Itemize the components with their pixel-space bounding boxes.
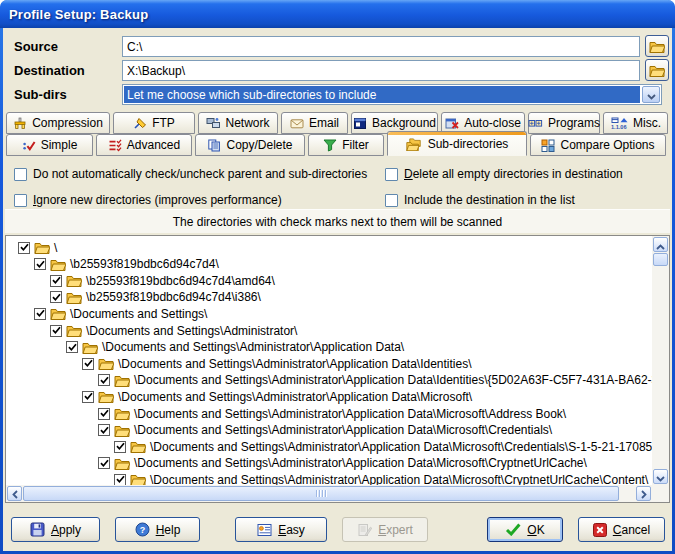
option-include-the-destination[interactable]: Include the destination in the list bbox=[385, 193, 575, 207]
destination-label: Destination bbox=[14, 63, 85, 78]
tab-email[interactable]: Email bbox=[281, 112, 348, 134]
tab-row-1: CompressionFTPNetworkEmailBackgroundAuto… bbox=[6, 112, 668, 134]
tab-programs[interactable]: Programs bbox=[528, 112, 600, 134]
tree-checkbox[interactable] bbox=[34, 258, 46, 270]
subdirs-selected-value: Let me choose which sub-directories to i… bbox=[124, 86, 640, 103]
tree-checkbox[interactable] bbox=[50, 325, 62, 337]
tree-item-path: \Documents and Settings\ bbox=[70, 307, 207, 321]
tree-checkbox[interactable] bbox=[114, 441, 126, 453]
cancel-button[interactable]: Cancel bbox=[578, 517, 665, 542]
easy-button[interactable]: Easy bbox=[235, 517, 327, 542]
horizontal-scrollbar[interactable] bbox=[6, 485, 652, 502]
apply-button[interactable]: Apply bbox=[11, 517, 100, 542]
tree-item[interactable]: \Documents and Settings\ bbox=[34, 306, 207, 321]
tree-item-path: \b25593f819bdbc6d94c7d4\i386\ bbox=[86, 290, 261, 304]
tree-item[interactable]: \Documents and Settings\Administrator\Ap… bbox=[98, 373, 652, 388]
tree-item[interactable]: \ bbox=[18, 240, 57, 255]
tree-item[interactable]: \Documents and Settings\Administrator\Ap… bbox=[66, 340, 404, 355]
scroll-left-button[interactable] bbox=[7, 486, 22, 501]
tab-network[interactable]: Network bbox=[198, 112, 278, 134]
checkbox[interactable] bbox=[14, 194, 27, 207]
tree-item[interactable]: \Documents and Settings\Administrator\Ap… bbox=[82, 389, 472, 404]
tree-checkbox[interactable] bbox=[98, 408, 110, 420]
destination-browse-button[interactable] bbox=[645, 59, 669, 81]
tab-label: Programs bbox=[548, 116, 600, 130]
tree-item[interactable]: \Documents and Settings\Administrator\Ap… bbox=[98, 456, 587, 471]
destination-input[interactable] bbox=[122, 60, 640, 81]
tree-checkbox[interactable] bbox=[114, 474, 126, 485]
tree-item-path: \ bbox=[54, 241, 57, 255]
tree-item-path: \b25593f819bdbc6d94c7d4\amd64\ bbox=[86, 274, 275, 288]
tree-checkbox[interactable] bbox=[50, 275, 62, 287]
vertical-scrollbar[interactable] bbox=[652, 236, 669, 485]
tree-item-path: \Documents and Settings\Administrator\Ap… bbox=[118, 357, 472, 371]
source-browse-button[interactable] bbox=[645, 35, 669, 57]
button-label: Cancel bbox=[613, 523, 650, 537]
checkbox[interactable] bbox=[14, 168, 27, 181]
expert-icon bbox=[357, 523, 372, 537]
tree-item[interactable]: \b25593f819bdbc6d94c7d4\amd64\ bbox=[50, 273, 275, 288]
subdirs-dropdown[interactable]: Let me choose which sub-directories to i… bbox=[122, 84, 662, 105]
tab-label: Copy/Delete bbox=[226, 138, 292, 152]
tab-compare-options[interactable]: Compare Options bbox=[530, 134, 666, 156]
tree-item-path: \Documents and Settings\Administrator\Ap… bbox=[150, 440, 652, 454]
scroll-up-button[interactable] bbox=[653, 237, 668, 252]
tab-simple[interactable]: Simple bbox=[6, 134, 93, 156]
tree-checkbox[interactable] bbox=[82, 391, 94, 403]
scroll-right-button[interactable] bbox=[636, 486, 651, 501]
horizontal-scroll-thumb[interactable] bbox=[23, 486, 619, 501]
tab-sub-directories[interactable]: Sub-directories bbox=[387, 131, 527, 156]
tab-advanced[interactable]: Advanced bbox=[96, 134, 192, 156]
tree-item[interactable]: \b25593f819bdbc6d94c7d4\i386\ bbox=[50, 290, 261, 305]
button-label: Expert bbox=[378, 523, 413, 537]
tab-label: Advanced bbox=[127, 138, 180, 152]
ok-button[interactable]: OK bbox=[487, 517, 563, 542]
tree-checkbox[interactable] bbox=[66, 341, 78, 353]
tab-filter[interactable]: Filter bbox=[308, 134, 384, 156]
folder-icon bbox=[130, 473, 146, 485]
chevron-left-icon bbox=[12, 485, 18, 503]
help-button[interactable]: ?Help bbox=[115, 517, 200, 542]
tab-label: Email bbox=[309, 116, 339, 130]
checkbox[interactable] bbox=[385, 194, 398, 207]
option-do-not-automatically[interactable]: Do not automatically check/uncheck paren… bbox=[14, 167, 367, 181]
ok-icon bbox=[505, 523, 521, 536]
tab-ftp[interactable]: FTP bbox=[113, 112, 195, 134]
option-ignore-new-directories[interactable]: Ignore new directories (improves perform… bbox=[14, 193, 282, 207]
copy-delete-icon bbox=[207, 139, 221, 152]
title-bar[interactable]: Profile Setup: Backup bbox=[0, 0, 675, 28]
tree-checkbox[interactable] bbox=[50, 291, 62, 303]
scroll-down-button[interactable] bbox=[653, 469, 668, 484]
tree-checkbox[interactable] bbox=[98, 457, 110, 469]
tab-label: Auto-close bbox=[464, 116, 521, 130]
expert-button: Expert bbox=[342, 517, 428, 542]
option-delete-all-empty[interactable]: Delete all empty directories in destinat… bbox=[385, 167, 623, 181]
tree-item[interactable]: \Documents and Settings\Administrator\Ap… bbox=[114, 472, 648, 485]
tab-compression[interactable]: Compression bbox=[6, 112, 110, 134]
folder-icon bbox=[649, 64, 665, 77]
tab-misc[interactable]: 1.1.06Misc. bbox=[603, 112, 668, 134]
tree-checkbox[interactable] bbox=[98, 374, 110, 386]
tree-item[interactable]: \Documents and Settings\Administrator\Ap… bbox=[98, 406, 566, 421]
checkbox[interactable] bbox=[385, 168, 398, 181]
tree-item-path: \Documents and Settings\Administrator\Ap… bbox=[102, 340, 404, 354]
tab-label: Filter bbox=[342, 138, 369, 152]
tree-item[interactable]: \Documents and Settings\Administrator\Ap… bbox=[114, 439, 652, 454]
tree-checkbox[interactable] bbox=[34, 308, 46, 320]
background-icon bbox=[353, 117, 367, 130]
tree-item[interactable]: \Documents and Settings\Administrator\ bbox=[50, 323, 297, 338]
tab-copy-delete[interactable]: Copy/Delete bbox=[195, 134, 305, 156]
tree-checkbox[interactable] bbox=[18, 242, 30, 254]
filter-icon bbox=[323, 139, 337, 152]
tree-item[interactable]: \Documents and Settings\Administrator\Ap… bbox=[98, 423, 552, 438]
tree-item[interactable]: \b25593f819bdbc6d94c7d4\ bbox=[34, 257, 219, 272]
folder-icon bbox=[66, 291, 82, 304]
tree-checkbox[interactable] bbox=[82, 358, 94, 370]
tree-item[interactable]: \Documents and Settings\Administrator\Ap… bbox=[82, 356, 472, 371]
tree-checkbox[interactable] bbox=[98, 424, 110, 436]
subdirs-label: Sub-dirs bbox=[14, 87, 67, 102]
dropdown-arrow-button[interactable] bbox=[642, 86, 660, 103]
vertical-scroll-thumb[interactable] bbox=[653, 253, 668, 266]
directory-tree: \\b25593f819bdbc6d94c7d4\\b25593f819bdbc… bbox=[6, 236, 652, 485]
source-input[interactable] bbox=[122, 36, 640, 57]
